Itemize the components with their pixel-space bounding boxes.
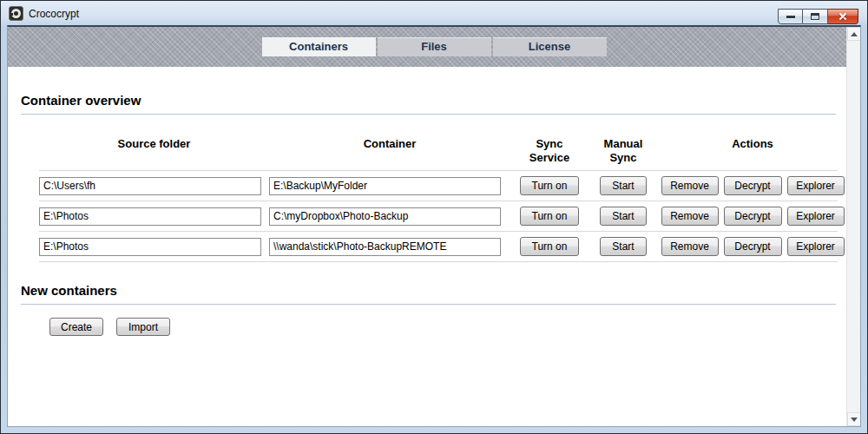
container-input[interactable] <box>269 238 501 256</box>
source-folder-input[interactable] <box>39 207 261 226</box>
down-arrow-icon <box>851 418 858 422</box>
import-button[interactable]: Import <box>116 318 170 336</box>
table-row: Turn on Start Remove Decrypt Explorer <box>39 201 838 232</box>
scroll-up-button[interactable] <box>847 27 861 41</box>
tab-files[interactable]: Files <box>378 37 491 56</box>
remove-button[interactable]: Remove <box>661 176 719 195</box>
create-button[interactable]: Create <box>49 318 103 336</box>
tab-containers[interactable]: Containers <box>262 37 376 56</box>
new-containers-actions: Create Import <box>49 318 846 336</box>
scroll-down-button[interactable] <box>847 412 861 426</box>
explorer-button[interactable]: Explorer <box>787 207 845 226</box>
vertical-scrollbar[interactable] <box>846 27 860 426</box>
tab-bar: Containers Files License <box>8 27 860 67</box>
table-row: Turn on Start Remove Decrypt Explorer <box>39 232 838 262</box>
tab-license[interactable]: License <box>493 37 607 56</box>
decrypt-button[interactable]: Decrypt <box>724 207 782 226</box>
window-controls <box>778 9 858 24</box>
turn-on-button[interactable]: Turn on <box>520 176 579 195</box>
turn-on-button[interactable]: Turn on <box>520 237 579 256</box>
maximize-button[interactable] <box>803 9 828 24</box>
window-title: Crococrypt <box>29 8 79 20</box>
close-button[interactable] <box>828 9 858 24</box>
remove-button[interactable]: Remove <box>661 237 719 256</box>
container-input[interactable] <box>269 207 501 226</box>
decrypt-button[interactable]: Decrypt <box>724 237 782 256</box>
minimize-button[interactable] <box>778 9 803 24</box>
source-folder-input[interactable] <box>39 238 261 256</box>
table-header-row: Source folder Container Sync Service Man… <box>39 137 838 171</box>
header-container: Container <box>269 137 510 151</box>
remove-button[interactable]: Remove <box>661 207 719 226</box>
containers-table: Source folder Container Sync Service Man… <box>39 137 838 262</box>
container-overview-heading: Container overview <box>21 93 836 115</box>
app-window: Crococrypt Containers Files License Cont… <box>0 0 868 434</box>
start-button[interactable]: Start <box>600 237 647 256</box>
explorer-button[interactable]: Explorer <box>787 237 845 256</box>
containers-page: Container overview Source folder Contain… <box>8 67 846 426</box>
header-manual-sync: Manual Sync <box>589 137 658 165</box>
up-arrow-icon <box>851 32 858 36</box>
decrypt-button[interactable]: Decrypt <box>724 176 782 195</box>
explorer-button[interactable]: Explorer <box>787 176 845 195</box>
header-source-folder: Source folder <box>39 137 269 151</box>
start-button[interactable]: Start <box>600 176 647 195</box>
titlebar[interactable]: Crococrypt <box>1 1 867 26</box>
minimize-icon <box>786 16 795 18</box>
close-icon <box>838 11 848 22</box>
header-actions: Actions <box>658 137 846 151</box>
container-input[interactable] <box>269 177 501 195</box>
table-row: Turn on Start Remove Decrypt Explorer <box>39 171 838 201</box>
turn-on-button[interactable]: Turn on <box>520 207 579 226</box>
start-button[interactable]: Start <box>600 207 647 226</box>
new-containers-heading: New containers <box>21 283 836 305</box>
header-sync-service: Sync Service <box>510 137 589 165</box>
source-folder-input[interactable] <box>39 177 261 195</box>
app-logo-icon <box>9 6 23 21</box>
window-body: Containers Files License Container overv… <box>7 25 861 427</box>
maximize-icon <box>811 13 819 20</box>
